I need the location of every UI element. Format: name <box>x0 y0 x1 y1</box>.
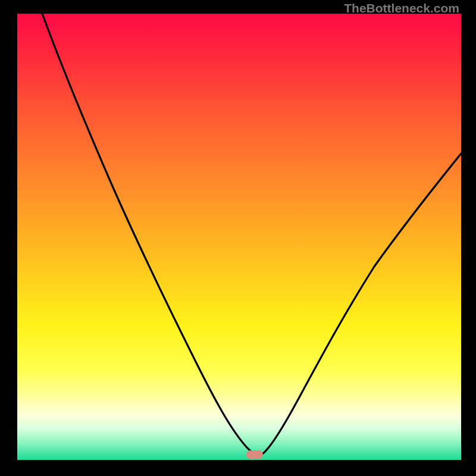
watermark-text: TheBottleneck.com <box>344 1 459 15</box>
optimal-point-marker <box>246 450 263 459</box>
curve-path <box>42 14 461 455</box>
plot-area <box>17 14 461 460</box>
chart-frame: TheBottleneck.com <box>0 0 476 476</box>
bottleneck-curve <box>17 14 461 460</box>
